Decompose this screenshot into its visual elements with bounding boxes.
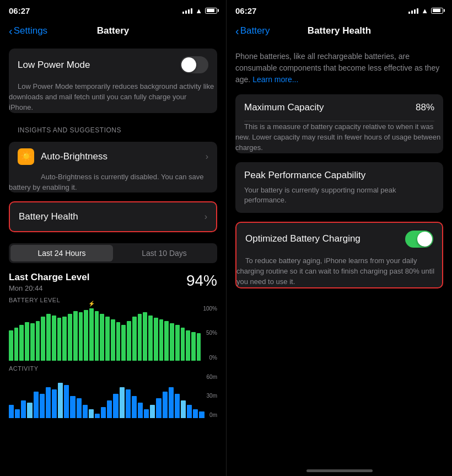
- battery-bar: [191, 332, 196, 361]
- activity-y-labels: 60m 30m 0m: [205, 374, 217, 418]
- optimized-toggle-knob: [417, 232, 432, 247]
- status-icons-left: ▲: [182, 7, 217, 15]
- back-button-right[interactable]: ‹ Battery: [235, 25, 270, 36]
- battery-health-label: Battery Health: [19, 211, 78, 222]
- auto-brightness-description: Auto-Brightness is currently disabled. Y…: [9, 173, 204, 198]
- battery-bar: [100, 314, 104, 361]
- signal-bar-1: [182, 12, 184, 14]
- back-button-left[interactable]: ‹ Settings: [9, 25, 47, 36]
- signal-bar-4: [191, 8, 192, 14]
- battery-bar: [111, 319, 115, 361]
- battery-bar: [170, 323, 174, 361]
- battery-bar: [25, 322, 29, 361]
- low-power-description: Low Power Mode temporarily reduces backg…: [9, 82, 214, 119]
- battery-bar: [46, 314, 51, 361]
- peak-performance-title: Peak Performance Capability: [244, 170, 434, 181]
- low-power-card: Low Power Mode Low Power Mode temporaril…: [9, 49, 217, 113]
- status-bar-left: 06:27 ▲: [0, 0, 226, 20]
- battery-bar: [62, 317, 67, 361]
- activity-bar: [70, 396, 75, 418]
- battery-y-mid: 50%: [206, 330, 217, 336]
- activity-y-top: 60m: [207, 374, 217, 380]
- back-arrow-icon: ‹: [9, 25, 13, 36]
- peak-performance-description: Your battery is currently supporting nor…: [244, 185, 434, 205]
- activity-bar: [64, 385, 69, 418]
- battery-y-top: 100%: [203, 306, 217, 312]
- activity-bar: [9, 405, 14, 418]
- last-24-hours-button[interactable]: Last 24 Hours: [10, 245, 113, 261]
- auto-brightness-card: ☀️ Auto-Brightness › Auto-Brightness is …: [9, 142, 217, 192]
- battery-level-section: BATTERY LEVEL 100% 50% 0%: [0, 292, 226, 361]
- battery-bar: [132, 317, 137, 361]
- maximum-capacity-description: This is a measure of battery capacity re…: [235, 122, 440, 159]
- activity-bar: [181, 400, 186, 418]
- wifi-icon-right: ▲: [421, 7, 428, 15]
- activity-bar: [150, 405, 155, 418]
- insights-section-label: INSIGHTS AND SUGGESTIONS: [0, 117, 226, 137]
- battery-bar: [19, 325, 24, 361]
- battery-bar: [105, 317, 110, 361]
- battery-bar: [164, 321, 169, 361]
- time-right: 06:27: [235, 6, 256, 15]
- battery-bar: [148, 315, 153, 361]
- peak-performance-card: Peak Performance Capability Your battery…: [235, 162, 443, 213]
- battery-bar: [138, 314, 142, 361]
- right-panel: 06:27 ▲ ‹ Battery Battery Health: [226, 0, 452, 476]
- signal-icon: [182, 7, 192, 14]
- battery-bars: [9, 306, 201, 361]
- charge-date: Mon 20:44: [9, 284, 89, 292]
- battery-bar: [73, 311, 78, 361]
- status-icons-right: ▲: [408, 7, 443, 15]
- optimized-charging-row[interactable]: Optimized Battery Charging: [236, 223, 442, 255]
- signal-bar-2: [185, 10, 187, 14]
- activity-bar: [52, 389, 57, 418]
- battery-bar: [79, 312, 83, 361]
- battery-bar: [143, 312, 147, 361]
- charge-info: Last Charge Level Mon 20:44 94%: [0, 268, 226, 292]
- battery-bar: [57, 318, 62, 361]
- activity-section: ACTIVITY 60m 30m 0m: [0, 361, 226, 418]
- low-power-row[interactable]: Low Power Mode: [9, 49, 217, 81]
- auto-brightness-row[interactable]: ☀️ Auto-Brightness ›: [9, 142, 217, 172]
- activity-bar: [83, 405, 88, 418]
- back-label-left: Settings: [14, 25, 47, 36]
- nav-bar-left: ‹ Settings Battery: [0, 20, 226, 44]
- last-10-days-button[interactable]: Last 10 Days: [113, 245, 216, 261]
- auto-brightness-icon: ☀️: [18, 148, 34, 165]
- activity-bar: [77, 398, 82, 418]
- intro-text: Phone batteries, like all rechargeable b…: [227, 44, 452, 94]
- charge-details: Last Charge Level Mon 20:44: [9, 272, 89, 292]
- chevron-right-icon: ›: [206, 152, 208, 162]
- optimized-charging-toggle[interactable]: [405, 231, 433, 248]
- sun-icon: ☀️: [20, 151, 32, 162]
- activity-bar: [138, 403, 143, 418]
- activity-y-bot: 0m: [209, 412, 217, 418]
- battery-bar: [159, 319, 164, 361]
- battery-bar: [84, 310, 88, 361]
- battery-bar: [52, 315, 56, 361]
- activity-bar: [21, 400, 26, 418]
- home-indicator-right: [227, 465, 452, 476]
- auto-brightness-content: Auto-Brightness: [41, 151, 206, 162]
- maximum-capacity-row: Maximum Capacity 88%: [235, 94, 443, 121]
- battery-health-row[interactable]: Battery Health ›: [9, 201, 217, 232]
- activity-bar: [89, 409, 94, 418]
- time-left: 06:27: [9, 6, 30, 15]
- battery-bar: [68, 314, 72, 361]
- activity-bar: [169, 387, 174, 418]
- activity-bar: [46, 387, 51, 418]
- low-power-toggle[interactable]: [180, 56, 208, 73]
- activity-bar: [15, 409, 20, 418]
- activity-bar: [163, 392, 168, 418]
- activity-bar: [40, 394, 45, 418]
- battery-bar: [36, 321, 40, 361]
- signal-bar-3: [188, 9, 190, 14]
- battery-bar: [89, 308, 94, 361]
- activity-label: ACTIVITY: [9, 365, 217, 372]
- maximum-capacity-label: Maximum Capacity: [244, 102, 324, 113]
- status-bar-right: 06:27 ▲: [227, 0, 452, 20]
- battery-bar: [41, 317, 45, 361]
- battery-bar: [9, 330, 13, 361]
- learn-more-link[interactable]: Learn more...: [252, 75, 298, 84]
- battery-health-chevron-icon: ›: [205, 212, 207, 222]
